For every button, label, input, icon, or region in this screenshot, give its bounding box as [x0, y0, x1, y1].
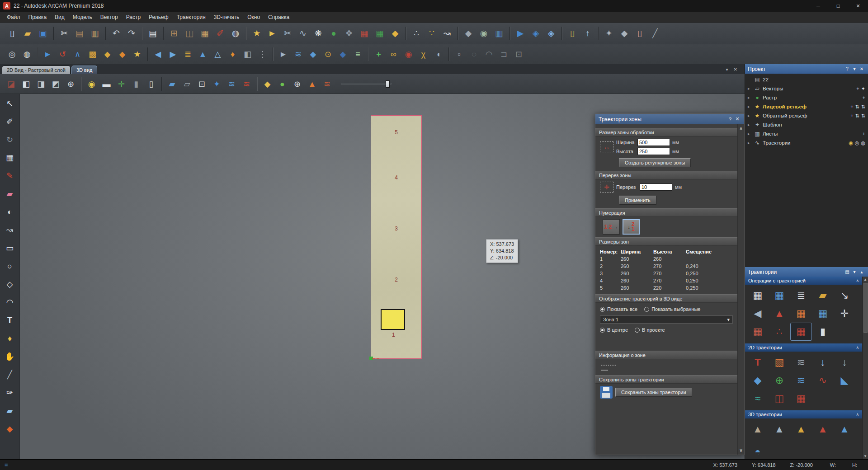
menu-item[interactable]: 3D-печать [210, 13, 244, 22]
section-display-3d[interactable]: Отображение траекторий в 3D виде [595, 294, 737, 303]
zone-select-dropdown[interactable]: Зона:1 ▾ [600, 315, 733, 324]
snap-options-icon[interactable]: ◍ [228, 26, 243, 41]
laser-3d-icon[interactable]: ▲ [834, 420, 855, 438]
diamond-pale-icon[interactable]: ◆ [617, 26, 632, 41]
tree-label[interactable]: Векторы [763, 86, 783, 91]
close-panel-icon[interactable]: ✕ [858, 66, 865, 73]
export-door-icon[interactable]: ▶ [513, 26, 528, 41]
new-model-icon[interactable]: ▯ [5, 26, 20, 41]
star-blue-icon[interactable]: ✦ [209, 76, 224, 91]
copy-icon[interactable]: ▤ [72, 26, 87, 41]
tree-label[interactable]: Листы [763, 131, 778, 136]
carve-3d-icon[interactable]: ▲ [812, 420, 834, 438]
slash-icon[interactable]: ╱ [647, 26, 663, 41]
menu-item[interactable]: Рельеф [145, 13, 173, 22]
zone-table-row[interactable]: 52602200,250 [595, 284, 737, 291]
vector-snowflake-icon[interactable]: ❋ [311, 26, 326, 41]
tab-2d-view[interactable]: 2D Вид - Растровый слой [2, 66, 71, 74]
scroll-down-icon[interactable]: ▼ [863, 454, 867, 458]
mesh-grid-icon[interactable]: ▦ [790, 390, 812, 408]
weave-grid-icon[interactable]: ▦ [747, 323, 769, 341]
bulb-off-icon[interactable]: ◎ [855, 140, 859, 146]
fill-icon[interactable]: ◐ [3, 205, 17, 218]
peaks-blue-icon[interactable]: ∧ [70, 47, 85, 61]
raise-layer-icon[interactable]: ▲ [195, 47, 210, 61]
smudge-tool-icon[interactable]: ✋ [3, 350, 17, 363]
vector-trim-icon[interactable]: ✂ [280, 26, 295, 41]
add-relief-icon[interactable]: + [371, 47, 386, 61]
toolpath-grid-blue-icon[interactable]: ▦ [769, 287, 790, 305]
expand-arrow-icon[interactable]: ▸ [748, 104, 753, 109]
radio-show-selected[interactable] [644, 307, 649, 312]
stack-gold-icon[interactable]: ≣ [180, 47, 195, 61]
restore-button[interactable]: □ [828, 0, 848, 12]
radio-in-center[interactable] [600, 328, 605, 333]
vcarve-icon[interactable]: ∿ [812, 371, 834, 390]
menu-item[interactable]: Вектор [96, 13, 122, 22]
move-toolpath-icon[interactable]: ✛ [834, 305, 855, 323]
zone-table-row[interactable]: 22602700,240 [595, 263, 737, 270]
zoom-tool-icon[interactable]: ◎ [5, 47, 19, 61]
tree-label[interactable]: 22 [763, 77, 769, 82]
new-toolpath-icon[interactable]: ▤ [844, 268, 851, 276]
tree-label[interactable]: Траектории [763, 140, 791, 146]
zone-grid-pair-icon[interactable]: ▦ [812, 305, 834, 323]
numbering-horizontal-button[interactable]: 1 2 → [603, 219, 620, 235]
transform-icon[interactable]: ↻ [3, 133, 17, 146]
expand-arrow-icon[interactable]: ▸ [748, 86, 753, 91]
scroll-down-icon[interactable]: ∨ [739, 447, 743, 453]
raise-layer-alt-icon[interactable]: △ [210, 47, 225, 61]
zone-table-row[interactable]: 42602700,250 [595, 277, 737, 284]
circle-green-icon[interactable]: ● [275, 76, 290, 91]
bulb-on-icon[interactable]: ◉ [849, 140, 853, 146]
save-model-icon[interactable]: ▣ [35, 26, 51, 41]
relief-light-icon[interactable]: ◈ [543, 26, 559, 41]
axes-icon[interactable]: ✛ [114, 76, 129, 91]
node-edit-icon[interactable]: ✐ [3, 115, 17, 128]
weave-gold-icon[interactable]: ▩ [85, 47, 100, 61]
tool-cone-icon[interactable]: ▲ [769, 305, 790, 323]
cylinder-icon[interactable]: ▯ [144, 76, 159, 91]
collapse-chevron-icon[interactable]: ∧ [856, 278, 859, 283]
radio-show-selected-label[interactable]: Показать выбранные [651, 306, 700, 312]
statusbar-handle-icon[interactable]: ≡ [5, 461, 8, 468]
dual-view-icon[interactable]: ◫ [182, 26, 197, 41]
diamond-gold-icon[interactable]: ◆ [260, 76, 275, 91]
menu-item[interactable]: Правка [24, 13, 51, 22]
shading-slider-handle[interactable] [386, 80, 390, 88]
panel-close-icon[interactable]: ✕ [734, 67, 737, 72]
pencil-icon[interactable]: ✎ [3, 169, 17, 182]
tab-3d-view[interactable]: 3D вид [71, 66, 98, 74]
set-model-size-icon[interactable]: ⊞ [166, 26, 182, 41]
sphere-pale-icon[interactable]: ◉ [476, 26, 491, 41]
paint-tool-icon[interactable]: ✑ [3, 386, 17, 399]
sculpt-tool-icon[interactable]: ╱ [3, 368, 17, 381]
relief-layers-gray-icon[interactable]: ▱ [179, 76, 194, 91]
overlap-input[interactable] [640, 183, 672, 191]
toolpath-folder-icon[interactable]: ▰ [812, 287, 834, 305]
shading-slider[interactable] [341, 83, 392, 85]
polygon-tool-icon[interactable]: ◇ [3, 277, 17, 291]
vector-arrow-icon[interactable]: ► [264, 26, 280, 41]
selected-zone-square[interactable] [381, 309, 405, 330]
eraser-icon[interactable]: ▰ [3, 187, 17, 200]
eraser-gray-icon[interactable]: ◆ [461, 26, 476, 41]
menu-item[interactable]: Справка [264, 13, 293, 22]
drill-icon[interactable]: ↓ [812, 353, 834, 371]
zone-table-row[interactable]: 32602700,250 [595, 270, 737, 277]
project-tree-item-template[interactable]: ▸✦Шаблон [745, 120, 868, 129]
rough-machining-icon[interactable]: ▲ [747, 420, 769, 438]
undo-icon[interactable]: ↶ [108, 26, 124, 41]
swap-icon[interactable]: ⇅ [861, 113, 865, 119]
close-icon[interactable]: ✕ [734, 116, 741, 122]
swoosh-red-icon[interactable]: ↺ [55, 47, 70, 61]
toolpath-summary-icon[interactable]: ▦ [747, 287, 769, 305]
flip-right-icon[interactable]: ▶ [165, 47, 180, 61]
spheres-gold-icon[interactable]: ∞ [386, 47, 401, 61]
zone-height-input[interactable] [637, 148, 670, 155]
menu-item[interactable]: Вид [51, 13, 69, 22]
square-dot-faded-icon[interactable]: ⊡ [511, 47, 526, 61]
select-tool-icon[interactable]: ↖ [3, 97, 17, 110]
help-icon[interactable]: ? [844, 66, 851, 73]
section-zone-sizes[interactable]: Размеры зон [595, 237, 737, 246]
